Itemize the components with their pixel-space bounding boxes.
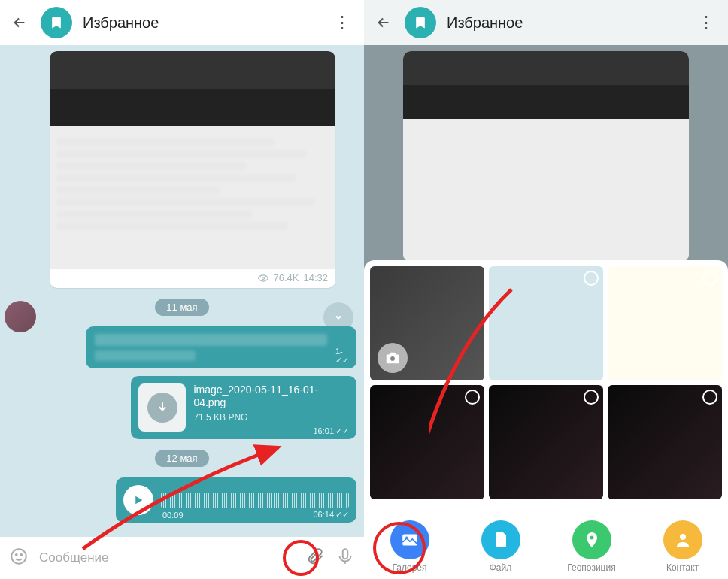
- chat-header: Избранное ⋮: [0, 0, 364, 45]
- voice-message[interactable]: 00:09 06:14✓✓: [116, 477, 356, 523]
- tab-label: Геопозиция: [567, 562, 615, 573]
- gallery-thumb[interactable]: [608, 266, 722, 380]
- more-icon[interactable]: ⋮: [334, 13, 355, 32]
- voice-elapsed: 00:09: [162, 511, 184, 520]
- file-time: 16:01: [313, 426, 334, 435]
- camera-icon[interactable]: [378, 343, 408, 373]
- file-thumb: [138, 383, 186, 432]
- svg-point-3: [20, 554, 22, 556]
- back-icon[interactable]: [9, 12, 30, 33]
- forwarded-post: [403, 51, 689, 262]
- channel-avatar[interactable]: [5, 301, 36, 332]
- tab-contact[interactable]: Контакт: [637, 514, 728, 579]
- gallery-thumb[interactable]: [370, 385, 484, 499]
- svg-point-9: [680, 534, 686, 540]
- mic-icon[interactable]: [335, 547, 355, 569]
- svg-point-1: [11, 549, 26, 564]
- chat-title: Избранное: [83, 14, 323, 32]
- post-media: [50, 51, 335, 126]
- chat-header: Избранное ⋮: [364, 0, 728, 45]
- chat-title: Избранное: [447, 14, 687, 32]
- views-icon: [258, 273, 268, 283]
- post-text-blur: [50, 126, 335, 269]
- message-input[interactable]: Сообщение: [39, 550, 295, 565]
- svg-rect-4: [343, 549, 348, 559]
- more-icon[interactable]: ⋮: [698, 13, 719, 32]
- emoji-icon[interactable]: [9, 547, 29, 569]
- download-icon[interactable]: [147, 393, 177, 423]
- tab-file[interactable]: Файл: [455, 514, 546, 579]
- msg-time-check: 1-✓✓: [335, 347, 349, 365]
- file-name: image_2020-05-11_16-01-04.png: [193, 383, 349, 409]
- voice-time: 06:14: [313, 510, 334, 519]
- file-size: 71,5 KB PNG: [193, 412, 349, 423]
- gallery-thumb[interactable]: [608, 385, 722, 499]
- svg-point-2: [16, 554, 17, 556]
- tab-geo[interactable]: Геопозиция: [546, 514, 637, 579]
- tab-label: Контакт: [666, 562, 699, 573]
- back-icon[interactable]: [373, 12, 394, 33]
- svg-point-0: [262, 277, 265, 279]
- saved-avatar[interactable]: [405, 7, 436, 38]
- attach-icon[interactable]: [305, 547, 325, 569]
- svg-point-7: [405, 536, 408, 538]
- sent-message[interactable]: 1-✓✓: [86, 326, 356, 368]
- gallery-thumb[interactable]: [489, 385, 603, 499]
- post-time: 14:32: [303, 272, 328, 283]
- camera-tile[interactable]: [370, 266, 484, 380]
- attach-sheet: Галерея Файл Геопозиция Контакт: [364, 260, 728, 579]
- date-separator: 12 мая: [155, 450, 209, 467]
- tab-label: Галерея: [392, 562, 426, 573]
- gallery-thumb[interactable]: [489, 266, 603, 380]
- views-count: 76.4K: [273, 272, 299, 283]
- play-icon[interactable]: [123, 485, 153, 515]
- message-input-bar: Сообщение: [0, 537, 364, 579]
- date-separator: 11 мая: [155, 299, 209, 316]
- svg-point-5: [390, 356, 395, 361]
- svg-point-8: [590, 536, 593, 540]
- forwarded-post[interactable]: 76.4K 14:32: [50, 51, 335, 288]
- saved-avatar[interactable]: [41, 7, 72, 38]
- tab-gallery[interactable]: Галерея: [364, 514, 455, 579]
- tab-label: Файл: [490, 562, 512, 573]
- file-message[interactable]: image_2020-05-11_16-01-04.png 71,5 KB PN…: [131, 376, 356, 439]
- waveform[interactable]: [161, 493, 349, 508]
